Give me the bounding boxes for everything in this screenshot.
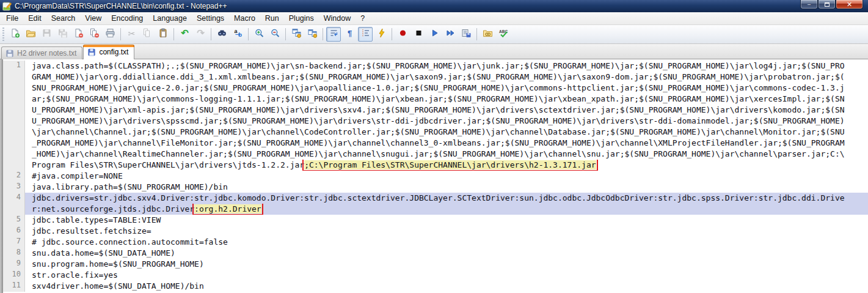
- editor[interactable]: 1java.class.path=$(CLASSPATH);.;$(SNU_PR…: [0, 59, 868, 293]
- code-line[interactable]: jdbc.resultset.fetchsize=: [25, 226, 868, 237]
- menu-item-search[interactable]: Search: [46, 13, 81, 24]
- line-number[interactable]: [3, 105, 25, 116]
- line-number[interactable]: 1: [3, 61, 25, 72]
- line-number[interactable]: 8: [3, 248, 25, 259]
- code-line[interactable]: jdbc.table.types=TABLE:VIEW: [25, 215, 868, 226]
- line-number[interactable]: [3, 149, 25, 160]
- line-number[interactable]: [3, 127, 25, 138]
- editor-row: SNU_PROGRAM_HOME)\jar\guice-2.0.jar;$(SN…: [3, 83, 868, 94]
- menu-item-plugins[interactable]: Plugins: [284, 13, 319, 24]
- spell-check-button[interactable]: ABC: [496, 27, 511, 42]
- line-number[interactable]: 3: [3, 182, 25, 193]
- zoom-out-button[interactable]: [268, 27, 282, 42]
- code-line[interactable]: snu.data.home=$(SNU_DATA_HOME): [25, 248, 868, 259]
- code-line[interactable]: U_PROGRAM_HOME)\jar\drivers\spsscmd.jar;…: [25, 116, 868, 127]
- sync-scroll-horizontal-button[interactable]: [305, 27, 319, 42]
- line-number[interactable]: 7: [3, 237, 25, 248]
- word-wrap-icon: [329, 28, 339, 40]
- line-number[interactable]: 11: [3, 281, 25, 292]
- code-line[interactable]: _HOME)\jar\channel\RealtimeChanneler.jar…: [25, 149, 868, 160]
- paste-button[interactable]: [156, 27, 170, 42]
- code-line[interactable]: r:net.sourceforge.jtds.jdbc.Driver:org.h…: [25, 204, 868, 215]
- code-line[interactable]: str.oracle.fix=yes: [25, 270, 868, 281]
- menu-item-view[interactable]: View: [80, 13, 106, 24]
- code-line[interactable]: sxv4driver.home=$(SNU_DATA_HOME)/bin: [25, 281, 868, 292]
- menu-item-window[interactable]: Window: [319, 13, 356, 24]
- menu-item-run[interactable]: Run: [260, 13, 284, 24]
- code-line[interactable]: # jdbc.source.connection.autocommit=fals…: [25, 237, 868, 248]
- menu-item-help[interactable]: ?: [356, 13, 370, 24]
- print-button[interactable]: [103, 27, 117, 42]
- new-file-button[interactable]: [7, 27, 22, 42]
- code-line[interactable]: ar;$(SNU_PROGRAM_HOME)\jar\commons-loggi…: [25, 94, 868, 105]
- line-number[interactable]: 5: [3, 215, 25, 226]
- code-line[interactable]: U_PROGRAM_HOME)\jar\xml-apis.jar;$(SNU_P…: [25, 105, 868, 116]
- replace-button[interactable]: ab: [230, 27, 245, 42]
- maximize-button[interactable]: [818, 0, 836, 9]
- code-line[interactable]: _PROGRAM_HOME)\jar\channel\FileMonitor.j…: [25, 138, 868, 149]
- editor-row: Program Files\STR\SuperCHANNEL\jar\drive…: [3, 160, 868, 171]
- editor-rows[interactable]: 1java.class.path=$(CLASSPATH);.;$(SNU_PR…: [3, 59, 868, 293]
- code-text: U_PROGRAM_HOME)\jar\xml-apis.jar;$(SNU_P…: [32, 105, 845, 114]
- tab-h2-driver-notes-txt[interactable]: H2 driver notes.txt: [1, 46, 82, 59]
- menu-item-macro[interactable]: Macro: [229, 13, 260, 24]
- code-text: \jar\channel\Channel.jar;$(SNU_PROGRAM_H…: [32, 127, 845, 136]
- menu-item-edit[interactable]: Edit: [23, 13, 46, 24]
- line-number[interactable]: [3, 94, 25, 105]
- line-number[interactable]: 10: [3, 270, 25, 281]
- run-button[interactable]: [480, 27, 495, 42]
- save-all-button[interactable]: [55, 27, 70, 42]
- macro-record-button[interactable]: [395, 27, 410, 42]
- menu-item-encoding[interactable]: Encoding: [106, 13, 148, 24]
- close-all-button[interactable]: [87, 27, 101, 42]
- macro-stop-button[interactable]: [411, 27, 426, 42]
- svg-text:↶: ↶: [180, 28, 189, 38]
- macro-save-button[interactable]: [459, 27, 473, 42]
- line-number[interactable]: [3, 138, 25, 149]
- menu-item-language[interactable]: Language: [148, 13, 192, 24]
- code-line[interactable]: jdbc.drivers=str.jdbc.sxv4.Driver:str.jd…: [25, 193, 868, 204]
- word-wrap-button[interactable]: [326, 27, 341, 42]
- tab-bar: H2 driver notes.txtconfig.txt: [0, 44, 868, 59]
- line-number[interactable]: [3, 160, 25, 171]
- line-number[interactable]: 4: [3, 193, 25, 204]
- open-file-button[interactable]: [23, 27, 38, 42]
- close-button[interactable]: ✕: [836, 0, 863, 9]
- toolbar-grip[interactable]: [2, 28, 5, 41]
- sync-scroll-vertical-button[interactable]: [289, 27, 304, 42]
- indent-guide-button[interactable]: [358, 27, 373, 42]
- code-line[interactable]: #java.compiler=NONE: [25, 171, 868, 182]
- macro-run-multiple-button[interactable]: [443, 27, 458, 42]
- close-file-button[interactable]: [71, 27, 86, 42]
- line-number[interactable]: 2: [3, 171, 25, 182]
- line-number[interactable]: [3, 72, 25, 83]
- cut-button[interactable]: ✂: [124, 27, 139, 42]
- line-number[interactable]: [3, 204, 25, 215]
- line-number[interactable]: 9: [3, 259, 25, 270]
- line-number[interactable]: [3, 83, 25, 94]
- function-list-button[interactable]: [374, 27, 388, 42]
- toolbar-separator: [120, 28, 121, 40]
- line-number[interactable]: 6: [3, 226, 25, 237]
- line-number[interactable]: [3, 116, 25, 127]
- menu-item-settings[interactable]: Settings: [192, 13, 229, 24]
- tab-config-txt[interactable]: config.txt: [83, 45, 134, 59]
- code-line[interactable]: java.library.path=$(SNU_PROGRAM_HOME)/bi…: [25, 182, 868, 193]
- zoom-in-icon: [254, 28, 264, 40]
- code-line[interactable]: java.class.path=$(CLASSPATH);.;$(SNU_PRO…: [25, 61, 868, 72]
- code-line[interactable]: Program Files\STR\SuperCHANNEL\jar\drive…: [25, 160, 868, 171]
- minimize-button[interactable]: –: [800, 0, 818, 9]
- code-line[interactable]: \jar\channel\Channel.jar;$(SNU_PROGRAM_H…: [25, 127, 868, 138]
- code-line[interactable]: GRAM_HOME)\jar\org.ddialliance.ddi_3_1.x…: [25, 72, 868, 83]
- code-line[interactable]: snu.program.home=$(SNU_PROGRAM_HOME): [25, 259, 868, 270]
- menu-item-file[interactable]: File: [1, 13, 23, 24]
- show-all-characters-button[interactable]: ¶: [342, 27, 357, 42]
- copy-button[interactable]: [140, 27, 155, 42]
- macro-play-button[interactable]: [427, 27, 442, 42]
- redo-button[interactable]: ↷: [193, 27, 208, 42]
- code-line[interactable]: SNU_PROGRAM_HOME)\jar\guice-2.0.jar;$(SN…: [25, 83, 868, 94]
- undo-button[interactable]: ↶: [177, 27, 192, 42]
- find-button[interactable]: [214, 27, 229, 42]
- save-button[interactable]: [39, 27, 54, 42]
- zoom-in-button[interactable]: [252, 27, 266, 42]
